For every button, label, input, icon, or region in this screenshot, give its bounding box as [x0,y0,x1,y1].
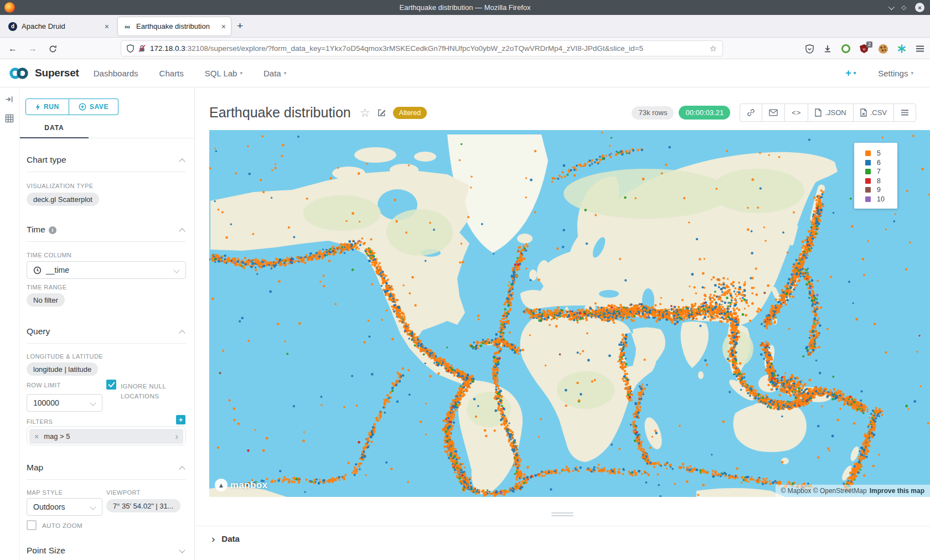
privacy-ring-icon[interactable] [841,44,850,53]
legend-swatch [865,160,871,165]
menu-icon[interactable] [916,45,924,53]
copy-link-button[interactable] [740,104,762,121]
chevron-down-icon [90,504,96,510]
export-json-button[interactable]: .JSON [808,104,852,121]
chevron-up-icon[interactable] [179,158,185,164]
section-time[interactable]: Timei [27,225,56,235]
map-style-select[interactable]: Outdoors [27,498,102,516]
lonlat-value[interactable]: longitude | latitude [27,362,98,376]
add-new-button[interactable]: +▾ [845,68,856,79]
nav-sql-lab[interactable]: SQL Lab▾ [205,69,242,78]
tab-label: Earthquake distribution [136,22,217,30]
chevron-up-icon[interactable] [179,466,185,472]
lonlat-label: LONGITUDE & LATITUDE [27,353,103,360]
filter-item[interactable]: × mag > 5 › [29,429,183,444]
settings-menu[interactable]: Settings▾ [878,69,913,78]
close-icon[interactable]: × [915,3,924,12]
section-map[interactable]: Map [27,463,43,473]
forward-button[interactable]: → [25,42,40,56]
section-point-size[interactable]: Point Size [27,546,65,556]
improve-map-link[interactable]: Improve this map [870,487,924,495]
remove-filter-icon[interactable]: × [29,432,44,441]
expand-panel-icon[interactable] [5,95,13,106]
embed-code-button[interactable]: <> [784,104,808,121]
mapbox-logo[interactable]: ▲ mapbox [215,479,268,491]
legend-label: 6 [877,159,881,167]
altered-badge[interactable]: Altered [393,107,427,119]
more-options-button[interactable] [893,104,916,121]
dataset-grid-icon[interactable] [5,114,14,125]
chevron-up-icon[interactable] [179,228,185,234]
legend-item[interactable]: 9 [865,185,894,195]
bookmark-star-icon[interactable]: ☆ [710,44,717,54]
legend-item[interactable]: 7 [865,167,894,177]
back-button[interactable]: ← [6,42,20,56]
lock-slash-icon[interactable] [138,44,146,53]
caret-down-icon: ▾ [854,70,856,76]
save-button[interactable]: SAVE [69,98,118,115]
time-range-value[interactable]: No filter [27,293,65,307]
query-duration-badge: 00:00:03.21 [679,106,730,120]
map-attribution: © Mapbox © OpenStreetMap Improve this ma… [776,485,930,497]
chevron-right-icon: › [211,535,215,543]
legend-swatch [865,169,871,174]
nav-charts[interactable]: Charts [159,69,184,78]
filter-value: mag > 5 [44,432,170,440]
section-chart-type[interactable]: Chart type [27,155,66,165]
email-button[interactable] [762,104,784,121]
reload-button[interactable] [45,42,60,56]
nav-data[interactable]: Data▾ [264,69,286,78]
deckgl-map[interactable]: 5678910 ▲ mapbox © Mapbox © OpenStreetMa… [209,130,930,497]
tab-apache-druid[interactable]: d Apache Druid × [3,17,114,35]
legend-item[interactable]: 6 [865,158,894,168]
viz-type-value[interactable]: deck.gl Scatterplot [27,193,99,206]
tab-close-icon[interactable]: × [221,22,226,31]
viewport-label: VIEWPORT [106,489,141,496]
extension-asterisk-icon[interactable] [897,44,906,53]
chevron-down-icon[interactable] [888,3,894,9]
new-tab-button[interactable]: + [237,20,243,32]
chevron-up-icon[interactable] [179,330,185,336]
favorite-star-icon[interactable]: ☆ [360,106,370,120]
cookie-icon[interactable] [879,44,888,54]
legend-label: 8 [877,177,881,185]
split-drag-handle[interactable] [551,512,574,518]
section-query[interactable]: Query [27,326,50,336]
run-button[interactable]: RUN [25,98,69,115]
add-filter-button[interactable]: + [176,415,185,424]
legend-item[interactable]: 10 [865,195,894,204]
download-icon[interactable] [823,44,832,53]
menu-icon [901,109,909,116]
shield-account-icon[interactable] [805,44,814,54]
row-count-badge: 73k rows [632,106,674,120]
chevron-down-icon[interactable] [179,547,185,553]
auto-zoom-checkbox[interactable] [27,520,37,530]
time-column-select[interactable]: __time [27,261,186,279]
url-text[interactable]: 172.18.0.3:32108/superset/explore/?form_… [150,44,705,53]
ignore-null-checkbox[interactable] [106,380,116,390]
row-limit-select[interactable]: 100000 [27,394,102,412]
url-bar[interactable]: 172.18.0.3:32108/superset/explore/?form_… [121,40,723,56]
edit-properties-icon[interactable] [377,108,386,117]
attribution-text[interactable]: © Mapbox © OpenStreetMap [781,487,867,495]
ublock-shield-icon[interactable]: u 2 [860,44,869,53]
maximize-diamond-icon[interactable]: ◇ [902,4,906,11]
export-csv-button[interactable]: .CSV [853,104,893,121]
tab-label: Apache Druid [22,22,100,30]
legend-swatch [865,187,871,193]
time-column-value: __time [46,266,69,274]
nav-dashboards[interactable]: Dashboards [94,69,138,78]
chevron-right-icon[interactable]: › [170,431,183,442]
legend-item[interactable]: 5 [865,149,894,158]
viewport-value[interactable]: 7° 35' 54.02" | 31... [106,499,180,512]
tab-bar: d Apache Druid × ∞ Earthquake distributi… [0,15,930,38]
map-legend: 5678910 [854,143,897,209]
shield-icon[interactable] [127,44,134,53]
tab-close-icon[interactable]: × [105,22,109,31]
superset-infinity-icon [8,66,30,81]
superset-logo[interactable]: Superset [0,66,79,81]
tab-data[interactable]: DATA [20,121,89,138]
data-panel-toggle[interactable]: › Data [195,526,930,543]
legend-item[interactable]: 8 [865,177,894,186]
tab-earthquake-distribution[interactable]: ∞ Earthquake distribution × [118,17,231,35]
